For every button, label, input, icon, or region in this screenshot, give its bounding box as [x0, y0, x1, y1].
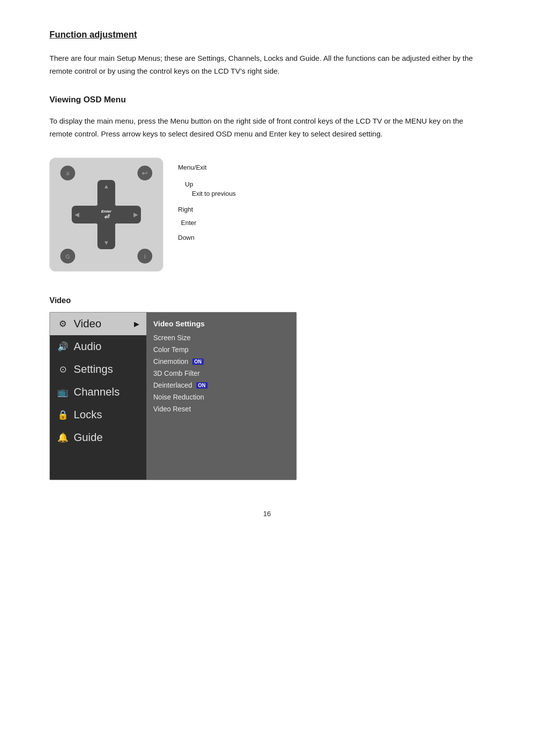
osd-menu: ⚙ Video ▶ 🔊 Audio ⊙ Settings 📺 Channels …	[49, 312, 297, 480]
deinterlaced-on-badge: ON	[196, 382, 208, 389]
osd-item-channels[interactable]: 📺 Channels	[50, 381, 146, 403]
settings-label: Settings	[74, 363, 113, 376]
dpad-right: ▶	[116, 206, 141, 223]
locks-icon: 🔒	[57, 409, 69, 420]
submenu-noise-reduction[interactable]: Noise Reduction	[153, 391, 289, 403]
guide-icon: 🔔	[57, 432, 69, 443]
video-icon: ⚙	[57, 318, 69, 329]
dpad-enter: Enter ⏎	[93, 201, 120, 228]
audio-icon: 🔊	[57, 341, 69, 352]
dpad-down: ▼	[97, 224, 115, 249]
submenu-cinemotion[interactable]: Cinemotion ON	[153, 356, 289, 367]
function-adjustment-body: There are four main Setup Menus; these a…	[49, 52, 485, 77]
submenu-video-reset[interactable]: Video Reset	[153, 403, 289, 415]
remote-labels: Menu/Exit Up Exit to previous Right Ente…	[178, 158, 236, 242]
svg-text:i: i	[144, 253, 146, 260]
submenu-3d-comb[interactable]: 3D Comb Filter	[153, 367, 289, 379]
osd-item-guide[interactable]: 🔔 Guide	[50, 426, 146, 449]
svg-text:≡: ≡	[66, 170, 69, 177]
submenu-header: Video Settings	[153, 317, 289, 330]
audio-label: Audio	[74, 340, 101, 353]
svg-text:G: G	[66, 254, 70, 260]
osd-item-audio[interactable]: 🔊 Audio	[50, 335, 146, 358]
svg-text:↩: ↩	[142, 169, 148, 177]
bottom-left-button: G	[60, 249, 75, 264]
top-left-button: ≡	[60, 166, 75, 180]
osd-item-video[interactable]: ⚙ Video ▶	[50, 312, 146, 335]
osd-left-panel: ⚙ Video ▶ 🔊 Audio ⊙ Settings 📺 Channels …	[50, 312, 146, 480]
video-label: Video	[74, 317, 101, 330]
subsection-title-osd: Viewing OSD Menu	[49, 95, 485, 105]
locks-label: Locks	[74, 408, 102, 421]
top-right-button: ↩	[137, 166, 152, 180]
cinemotion-on-badge: ON	[192, 358, 204, 365]
submenu-screen-size[interactable]: Screen Size	[153, 332, 289, 344]
page-number: 16	[49, 510, 485, 518]
video-section-title: Video	[49, 296, 485, 305]
osd-item-settings[interactable]: ⊙ Settings	[50, 358, 146, 381]
settings-icon: ⊙	[57, 364, 69, 375]
remote-diagram: ≡ ↩ ▲ ▼ ◀ ▶ Enter ⏎	[49, 158, 485, 271]
bottom-right-button: i	[137, 249, 152, 264]
osd-item-locks[interactable]: 🔒 Locks	[50, 403, 146, 426]
label-right: Right	[178, 206, 193, 213]
video-arrow: ▶	[134, 320, 139, 328]
osd-right-panel: Video Settings Screen Size Color Temp Ci…	[146, 312, 296, 480]
guide-label: Guide	[74, 431, 103, 444]
channels-label: Channels	[74, 386, 120, 399]
dpad: ▲ ▼ ◀ ▶ Enter ⏎	[72, 180, 141, 249]
label-exit-prev: Exit to previous	[192, 189, 236, 199]
label-up: Up	[185, 179, 236, 189]
viewing-osd-body: To display the main menu, press the Menu…	[49, 115, 485, 140]
submenu-deinterlaced[interactable]: Deinterlaced ON	[153, 379, 289, 391]
label-down: Down	[178, 234, 194, 241]
label-menu-exit: Menu/Exit	[178, 164, 207, 171]
submenu-color-temp[interactable]: Color Temp	[153, 344, 289, 356]
label-enter: Enter	[181, 219, 196, 226]
remote-image: ≡ ↩ ▲ ▼ ◀ ▶ Enter ⏎	[49, 158, 163, 271]
channels-icon: 📺	[57, 387, 69, 398]
section-title-function: Function adjustment	[49, 30, 485, 40]
